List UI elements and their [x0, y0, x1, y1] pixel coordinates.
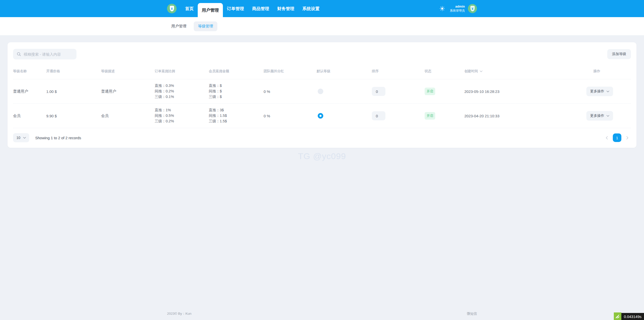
more-actions-label: 更多操作 [590, 114, 604, 118]
nav-label: 系统设置 [302, 6, 319, 12]
rebate-line: 三级：0.2% [155, 119, 209, 124]
nav-item-user-management[interactable]: 用户管理 [198, 3, 223, 17]
nav-label: 首页 [185, 6, 194, 12]
rebate-line: 直推：0.3% [155, 83, 209, 89]
search-input[interactable] [24, 52, 73, 56]
nav-item-home[interactable]: 首页 [181, 0, 198, 17]
nav-label: 订单管理 [227, 6, 244, 12]
debug-trace-badge: 0.043149s [614, 312, 644, 320]
nav-item-order-management[interactable]: 订单管理 [223, 0, 248, 17]
col-default-level: 默认等级 [317, 67, 372, 79]
nav-item-product-management[interactable]: 商品管理 [248, 0, 273, 17]
rebate-line: 间推：0.5% [155, 113, 209, 119]
top-navbar: ¥ 首页 用户管理 订单管理 商品管理 财务管理 系统设置 [0, 0, 644, 17]
order-rebate-values: 直推：1% 间推：0.5% 三级：0.2% [155, 108, 209, 124]
sort-input[interactable] [372, 111, 385, 120]
nav-label: 财务管理 [277, 6, 294, 12]
more-actions-label: 更多操作 [590, 89, 604, 94]
nav-item-system-settings[interactable]: 系统设置 [298, 0, 324, 17]
level-description: 会员 [101, 114, 155, 118]
level-price: 9.90 $ [46, 114, 101, 118]
rebate-line: 直推：1% [155, 108, 209, 113]
rebate-line: 间推：$ [209, 89, 264, 94]
telegram-watermark: TG @yc099 [8, 151, 636, 161]
default-level-radio[interactable] [318, 89, 323, 94]
user-avatar[interactable]: ¥ [468, 4, 477, 13]
level-table-card: 添加等级 等级名称 开通价格 等级描述 订单返佣比例 会员返佣金额 团队额外分红… [8, 42, 636, 148]
chevron-down-icon [607, 91, 609, 92]
more-actions-button[interactable]: 更多操作 [586, 111, 613, 121]
nav-item-finance-management[interactable]: 财务管理 [273, 0, 298, 17]
order-rebate-values: 直推：0.3% 间推：0.2% 三级：0.1% [155, 83, 209, 99]
level-description: 普通用户 [101, 89, 155, 94]
chevron-right-icon [626, 136, 628, 139]
subnav-item-user-management[interactable]: 用户管理 [167, 21, 191, 31]
user-info[interactable]: admin 系统管理员 [450, 5, 465, 13]
search-icon [17, 52, 21, 56]
theme-toggle-sun-icon[interactable] [440, 6, 445, 11]
more-actions-button[interactable]: 更多操作 [586, 87, 613, 96]
nav-label: 商品管理 [252, 6, 269, 12]
yen-shield-icon: ¥ [170, 6, 174, 11]
team-bonus: 0 % [264, 89, 317, 94]
framework-flame-icon[interactable] [614, 312, 621, 320]
status-badge[interactable]: 开启 [425, 88, 435, 95]
col-level-name: 等级名称 [13, 67, 46, 79]
member-rebate-values: 直推：$ 间推：$ 三级：$ [209, 83, 264, 99]
main-nav: 首页 用户管理 订单管理 商品管理 财务管理 系统设置 [181, 0, 324, 17]
page-size-select[interactable]: 10 [13, 133, 29, 142]
default-level-radio[interactable] [318, 113, 323, 119]
col-price: 开通价格 [46, 67, 101, 79]
team-bonus: 0 % [264, 114, 317, 118]
table-row: 会员 9.90 $ 会员 直推：1% 间推：0.5% 三级：0.2% 直推：3$… [13, 104, 631, 128]
page-footer: 2023© By：Kun 微短信 [0, 311, 644, 316]
chevron-left-icon [606, 136, 608, 139]
chevron-down-icon [23, 137, 26, 139]
nav-label: 用户管理 [202, 7, 219, 13]
pagination-bar: 10 Showing 1 to 2 of 2 records 1 [13, 133, 631, 142]
rebate-line: 间推：0.2% [155, 89, 209, 94]
rebate-line: 间推：1.5$ [209, 113, 264, 119]
col-order-rebate: 订单返佣比例 [155, 67, 209, 79]
col-actions: 操作 [580, 67, 631, 79]
col-sort: 排序 [372, 67, 425, 79]
search-box [13, 49, 76, 59]
col-description: 等级描述 [101, 67, 155, 79]
sort-input[interactable] [372, 87, 385, 96]
current-page-button[interactable]: 1 [613, 133, 621, 142]
yen-shield-icon: ¥ [470, 6, 475, 11]
footer-link[interactable]: 微短信 [467, 311, 477, 316]
add-level-button[interactable]: 添加等级 [607, 49, 631, 59]
brand-logo[interactable]: ¥ [167, 4, 177, 13]
col-status: 状态 [425, 67, 464, 79]
user-name: admin [450, 5, 465, 9]
sub-navbar: 用户管理 等级管理 [0, 17, 644, 35]
status-badge[interactable]: 开启 [425, 112, 435, 120]
user-role: 系统管理员 [450, 9, 465, 13]
level-name: 会员 [13, 114, 46, 118]
level-name: 普通用户 [13, 89, 46, 94]
table-row: 普通用户 1.00 $ 普通用户 直推：0.3% 间推：0.2% 三级：0.1%… [13, 79, 631, 104]
request-time: 0.043149s [621, 313, 644, 320]
subnav-label: 用户管理 [171, 24, 186, 28]
created-time: 2023-05-10 16:28:23 [464, 89, 580, 94]
rebate-line: 直推：3$ [209, 108, 264, 113]
copyright-text: 2023© By：Kun [167, 311, 191, 316]
rebate-line: 三级：$ [209, 94, 264, 100]
col-team-bonus: 团队额外分红 [264, 67, 317, 79]
rebate-line: 三级：1.5$ [209, 119, 264, 124]
member-rebate-values: 直推：3$ 间推：1.5$ 三级：1.5$ [209, 108, 264, 124]
table-header-row: 等级名称 开通价格 等级描述 订单返佣比例 会员返佣金额 团队额外分红 默认等级… [13, 67, 631, 79]
col-created-time-label: 创建时间 [464, 69, 478, 74]
level-table: 等级名称 开通价格 等级描述 订单返佣比例 会员返佣金额 团队额外分红 默认等级… [13, 67, 631, 128]
rebate-line: 直推：$ [209, 83, 264, 89]
col-created-time[interactable]: 创建时间 [464, 67, 580, 79]
page-content: 添加等级 等级名称 开通价格 等级描述 订单返佣比例 会员返佣金额 团队额外分红… [0, 35, 644, 161]
subnav-label: 等级管理 [198, 24, 213, 28]
next-page-button[interactable] [624, 134, 631, 141]
subnav-item-level-management[interactable]: 等级管理 [194, 21, 217, 31]
created-time: 2023-04-20 21:10:33 [464, 114, 580, 118]
prev-page-button[interactable] [603, 134, 610, 141]
chevron-down-icon [607, 115, 609, 117]
sort-chevron-down-icon[interactable] [480, 70, 482, 72]
